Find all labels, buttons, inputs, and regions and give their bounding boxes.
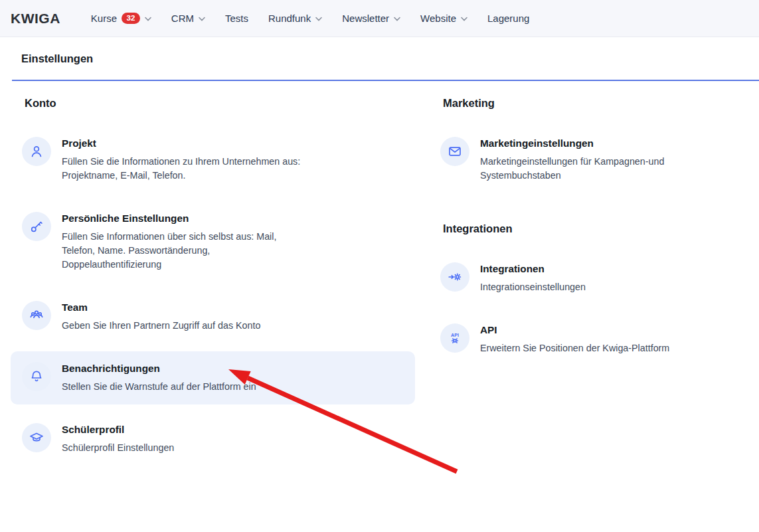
nav-item-crm[interactable]: CRM <box>171 13 205 24</box>
integration-icon <box>440 262 469 292</box>
nav-label: Tests <box>225 13 248 24</box>
count-badge: 32 <box>122 13 140 25</box>
column-konto: Konto Projekt Füllen Sie die Information… <box>11 81 415 466</box>
section-title-konto: Konto <box>25 97 415 110</box>
item-description: Schülerprofil Einstellungen <box>62 441 174 455</box>
key-icon <box>22 212 51 241</box>
item-text: Persönliche Einstellungen Füllen Sie Inf… <box>62 212 306 272</box>
item-description: Stellen Sie die Warnstufe auf der Plattf… <box>62 380 256 394</box>
nav-item-newsletter[interactable]: Newsletter <box>342 13 400 24</box>
item-text: Projekt Füllen Sie die Informationen zu … <box>62 137 306 183</box>
settings-item-api[interactable]: API API Erweitern Sie Positionen der Kwi… <box>440 313 739 366</box>
page-title: Einstellungen <box>21 52 93 65</box>
nav-label: Rundfunk <box>268 13 311 24</box>
konto-items: Projekt Füllen Sie die Informationen zu … <box>11 126 415 466</box>
team-icon <box>22 301 51 330</box>
item-title: Persönliche Einstellungen <box>62 212 306 225</box>
nav-label: Website <box>420 13 456 24</box>
envelope-icon <box>440 137 469 166</box>
settings-item-schuelerprofil[interactable]: Schülerprofil Schülerprofil Einstellunge… <box>11 412 415 466</box>
nav-item-tests[interactable]: Tests <box>225 13 248 24</box>
settings-content: Konto Projekt Füllen Sie die Information… <box>0 81 759 466</box>
nav-item-rundfunk[interactable]: Rundfunk <box>268 13 322 24</box>
svg-text:API: API <box>451 332 459 338</box>
item-description: Integrationseinstellungen <box>480 280 586 294</box>
chevron-down-icon <box>199 17 205 21</box>
kwiga-logo[interactable]: KWIGA <box>11 11 60 27</box>
settings-item-projekt[interactable]: Projekt Füllen Sie die Informationen zu … <box>11 126 415 193</box>
graduation-cap-icon <box>22 423 51 452</box>
item-title: Projekt <box>62 137 306 150</box>
section-title-integrationen: Integrationen <box>443 222 739 235</box>
chevron-down-icon <box>145 17 151 21</box>
item-text: Schülerprofil Schülerprofil Einstellunge… <box>62 423 174 455</box>
api-icon: API <box>440 323 469 353</box>
item-description: Geben Sie Ihren Partnern Zugriff auf das… <box>62 319 260 333</box>
chevron-down-icon <box>394 17 400 21</box>
nav-label: Newsletter <box>342 13 389 24</box>
marketing-items: Marketingeinstellungen Marketingeinstell… <box>440 126 739 193</box>
nav-item-kurse[interactable]: Kurse 32 <box>91 13 151 25</box>
page-title-bar: Einstellungen <box>12 37 759 81</box>
section-title-marketing: Marketing <box>443 97 739 110</box>
item-description: Füllen Sie die Informationen zu Ihrem Un… <box>62 155 306 183</box>
item-title: Team <box>62 301 260 314</box>
item-text: Marketingeinstellungen Marketingeinstell… <box>480 137 699 183</box>
item-text: Team Geben Sie Ihren Partnern Zugriff au… <box>62 301 260 333</box>
item-description: Marketingeinstellungen für Kampagnen-und… <box>480 155 699 183</box>
item-text: API Erweitern Sie Positionen der Kwiga-P… <box>480 323 669 355</box>
item-description: Füllen Sie Informationen über sich selbs… <box>62 230 306 272</box>
nav-label: Kurse <box>91 13 117 24</box>
settings-item-benachrichtigungen[interactable]: Benachrichtigungen Stellen Sie die Warns… <box>11 351 415 404</box>
topbar: KWIGA Kurse 32 CRM Tests Rundfunk Newsle… <box>0 0 759 37</box>
settings-item-team[interactable]: Team Geben Sie Ihren Partnern Zugriff au… <box>11 290 415 343</box>
nav-label: Lagerung <box>487 13 529 24</box>
item-text: Integrationen Integrationseinstellungen <box>480 262 586 294</box>
column-marketing-integrationen: Marketing Marketingeinstellungen Marketi… <box>440 81 739 366</box>
item-title: Integrationen <box>480 262 586 276</box>
nav-item-website[interactable]: Website <box>420 13 467 24</box>
item-text: Benachrichtigungen Stellen Sie die Warns… <box>62 362 256 394</box>
bell-icon <box>22 362 51 391</box>
settings-item-integrationen[interactable]: Integrationen Integrationseinstellungen <box>440 252 739 305</box>
settings-item-marketingeinstellungen[interactable]: Marketingeinstellungen Marketingeinstell… <box>440 126 739 193</box>
settings-item-persoenliche-einstellungen[interactable]: Persönliche Einstellungen Füllen Sie Inf… <box>11 201 415 282</box>
item-title: Benachrichtigungen <box>62 362 256 375</box>
chevron-down-icon <box>461 17 467 21</box>
item-title: Schülerprofil <box>62 423 174 436</box>
item-title: Marketingeinstellungen <box>480 137 699 150</box>
nav-item-lagerung[interactable]: Lagerung <box>487 13 529 24</box>
nav-label: CRM <box>171 13 194 24</box>
integrationen-items: Integrationen Integrationseinstellungen … <box>440 252 739 366</box>
item-description: Erweitern Sie Positionen der Kwiga-Platt… <box>480 341 669 355</box>
chevron-down-icon <box>315 17 322 21</box>
user-icon <box>22 137 51 166</box>
main-nav: Kurse 32 CRM Tests Rundfunk Newsletter <box>91 13 530 25</box>
item-title: API <box>480 323 669 337</box>
